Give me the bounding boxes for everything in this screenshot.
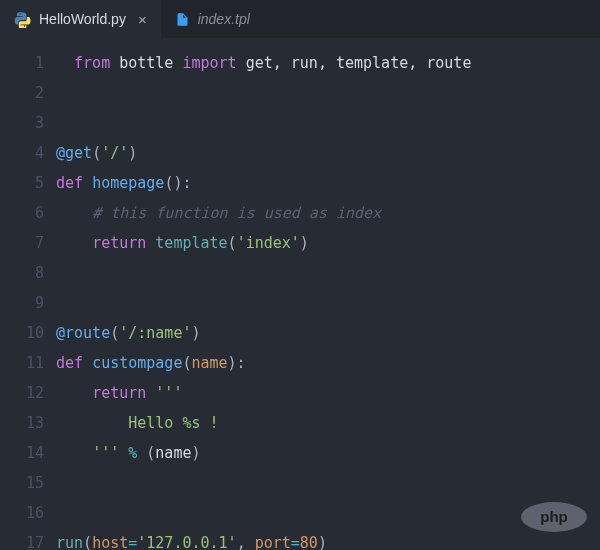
code-line[interactable]: ''' % (name) [56,438,600,468]
code-line[interactable] [56,258,600,288]
line-number: 14 [0,438,44,468]
line-number: 7 [0,228,44,258]
tab-bar: HelloWorld.py × index.tpl [0,0,600,38]
code-line[interactable]: return ''' [56,378,600,408]
line-number: 5 [0,168,44,198]
line-number: 1 [0,48,44,78]
code-line[interactable]: @get('/') [56,138,600,168]
close-icon[interactable]: × [138,11,147,28]
code-line[interactable]: @route('/:name') [56,318,600,348]
code-line[interactable] [56,288,600,318]
line-number: 11 [0,348,44,378]
line-number: 8 [0,258,44,288]
code-editor[interactable]: 1234567891011121314151617 from bottle im… [0,38,600,550]
code-line[interactable]: Hello %s ! [56,408,600,438]
code-line[interactable]: def homepage(): [56,168,600,198]
python-file-icon [14,11,31,28]
line-number: 2 [0,78,44,108]
line-number: 10 [0,318,44,348]
code-area[interactable]: from bottle import get, run, template, r… [56,38,600,550]
line-number: 17 [0,528,44,550]
line-number: 16 [0,498,44,528]
line-number: 6 [0,198,44,228]
code-line[interactable] [56,468,600,498]
watermark-logo: php [518,500,590,538]
code-line[interactable]: def custompage(name): [56,348,600,378]
tab-label: HelloWorld.py [39,11,126,27]
line-number: 4 [0,138,44,168]
tab-label: index.tpl [198,11,250,27]
tab-indextpl[interactable]: index.tpl [161,0,264,38]
line-number-gutter: 1234567891011121314151617 [0,38,56,550]
code-line[interactable]: # this function is used as index [56,198,600,228]
line-number: 12 [0,378,44,408]
code-line[interactable] [56,78,600,108]
line-number: 13 [0,408,44,438]
code-line[interactable] [56,108,600,138]
code-line[interactable]: return template('index') [56,228,600,258]
code-line[interactable]: from bottle import get, run, template, r… [56,48,600,78]
line-number: 9 [0,288,44,318]
line-number: 3 [0,108,44,138]
svg-text:php: php [540,508,568,525]
tab-helloworld[interactable]: HelloWorld.py × [0,0,161,38]
line-number: 15 [0,468,44,498]
file-icon [175,12,190,27]
